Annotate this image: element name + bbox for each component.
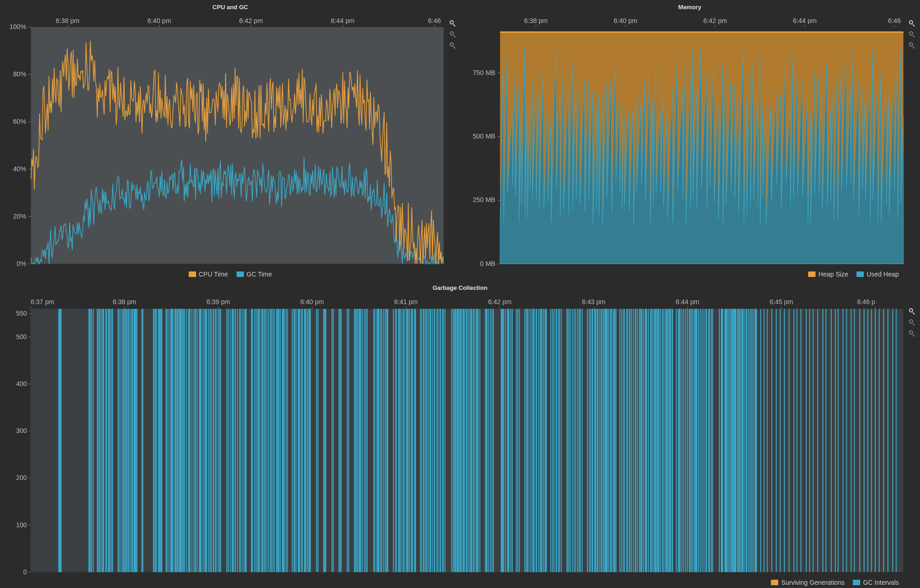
svg-text:0%: 0% [17,259,26,267]
svg-text:6:45 pm: 6:45 pm [770,298,793,306]
legend-swatch-orange [771,580,778,585]
svg-text:500: 500 [16,333,27,340]
svg-text:6:38 pm: 6:38 pm [56,17,80,24]
svg-text:200: 200 [16,474,27,482]
svg-text:6:38 pm: 6:38 pm [113,298,136,306]
zoom-out-button[interactable]: − [449,30,457,39]
cpu-gc-panel: CPU and GC + − 6:38 pm6:40 pm6:42 pm6:44… [3,3,458,279]
svg-text:6:46 p: 6:46 p [857,298,875,306]
svg-text:6:42 pm: 6:42 pm [703,17,727,24]
legend-item-gc-time: GC Time [237,271,272,278]
legend-item-heap-size: Heap Size [808,271,848,278]
svg-text:6:46: 6:46 [888,17,901,24]
zoom-in-button[interactable]: + [908,307,916,316]
zoom-in-button[interactable]: + [449,19,457,28]
svg-text:6:40 pm: 6:40 pm [147,17,171,24]
legend-item-surviving-generations: Surviving Generations [771,579,845,586]
legend-cpu: CPU Time GC Time [3,268,458,279]
memory-panel: Memory + − 6:38 pm6:40 pm6:42 pm6:44 pm6… [463,3,918,279]
svg-text:750 MB: 750 MB [473,69,495,76]
svg-text:100%: 100% [9,23,26,30]
svg-text:6:43 pm: 6:43 pm [582,298,605,306]
legend-gc: Surviving Generations GC Intervals [3,576,917,587]
svg-text:6:40 pm: 6:40 pm [613,17,637,24]
zoom-controls-cpu: + − [449,19,457,50]
svg-text:100: 100 [16,521,27,529]
svg-text:6:41 pm: 6:41 pm [394,298,418,306]
legend-swatch-blue [237,271,244,277]
svg-text:6:42 pm: 6:42 pm [488,298,512,306]
svg-text:6:44 pm: 6:44 pm [676,298,699,306]
zoom-out-button[interactable]: − [908,30,916,39]
svg-text:80%: 80% [13,70,26,78]
svg-text:6:44 pm: 6:44 pm [793,17,816,24]
zoom-reset-button[interactable] [908,41,916,50]
zoom-out-button[interactable]: − [908,318,916,327]
svg-text:400: 400 [16,380,27,388]
svg-text:6:44 pm: 6:44 pm [331,17,355,24]
legend-swatch-blue [856,271,864,277]
svg-text:60%: 60% [13,118,26,125]
legend-item-used-heap: Used Heap [856,271,899,278]
panel-title-memory: Memory [463,3,918,13]
legend-item-cpu-time: CPU Time [189,271,228,278]
cpu-gc-chart[interactable]: 6:38 pm6:40 pm6:42 pm6:44 pm6:460%20%40%… [3,13,458,268]
legend-label: GC Intervals [863,579,899,586]
legend-swatch-orange [189,271,196,277]
legend-swatch-orange [808,271,816,277]
profiler-dashboard: CPU and GC + − 6:38 pm6:40 pm6:42 pm6:44… [0,0,920,588]
legend-label: Surviving Generations [781,579,845,586]
svg-text:6:46: 6:46 [428,17,441,24]
svg-text:6:37 pm: 6:37 pm [31,298,54,306]
svg-text:550: 550 [16,309,27,317]
svg-text:6:42 pm: 6:42 pm [239,17,263,24]
legend-swatch-blue [853,580,860,585]
svg-text:500 MB: 500 MB [473,133,495,140]
panel-title-cpu: CPU and GC [3,3,458,13]
svg-text:20%: 20% [13,213,26,220]
zoom-in-button[interactable]: + [908,19,916,28]
legend-label: CPU Time [199,271,228,278]
svg-text:6:40 pm: 6:40 pm [301,298,324,306]
svg-text:0: 0 [23,568,27,576]
panel-title-gc: Garbage Collection [3,283,917,294]
zoom-reset-button[interactable] [908,329,916,338]
svg-text:6:38 pm: 6:38 pm [524,17,548,24]
memory-chart[interactable]: 6:38 pm6:40 pm6:42 pm6:44 pm6:460 MB250 … [463,13,918,268]
legend-item-gc-intervals: GC Intervals [853,579,899,586]
legend-label: Used Heap [867,271,899,278]
svg-text:300: 300 [16,427,27,435]
legend-label: Heap Size [818,271,848,278]
gc-chart[interactable]: 6:37 pm6:38 pm6:39 pm6:40 pm6:41 pm6:42 … [3,294,917,576]
legend-memory: Heap Size Used Heap [463,268,918,279]
svg-text:6:39 pm: 6:39 pm [207,298,230,306]
legend-label: GC Time [247,271,272,278]
svg-text:250 MB: 250 MB [473,196,495,203]
svg-text:0 MB: 0 MB [480,259,495,267]
zoom-reset-button[interactable] [449,41,457,50]
zoom-controls-memory: + − [908,19,916,50]
zoom-controls-gc: + − [908,307,916,338]
gc-panel: Garbage Collection + − 6:37 pm6:38 pm6:3… [3,283,917,587]
svg-text:40%: 40% [13,165,26,173]
